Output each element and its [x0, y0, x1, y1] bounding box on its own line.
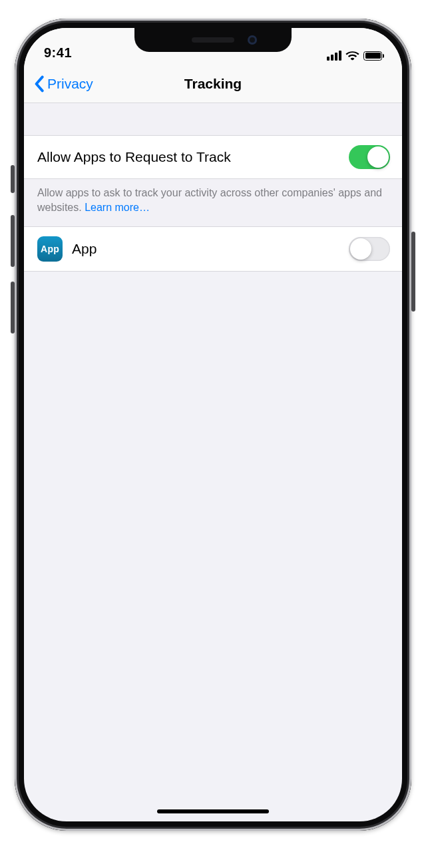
allow-apps-description: Allow apps to ask to track your activity…	[24, 179, 402, 226]
mute-switch	[11, 165, 15, 193]
speaker-grille	[192, 37, 234, 43]
allow-apps-request-label: Allow Apps to Request to Track	[37, 149, 349, 165]
app-name-label: App	[72, 241, 349, 257]
navigation-bar: Privacy Tracking	[24, 65, 402, 103]
content-area: Allow Apps to Request to Track Allow app…	[24, 103, 402, 272]
learn-more-link[interactable]: Learn more…	[85, 202, 150, 213]
app-tracking-row: App App	[24, 226, 402, 272]
wifi-icon	[345, 51, 359, 61]
phone-frame: 9:41 Privacy Tracking Allow Apps to Requ…	[15, 19, 411, 831]
status-indicators	[327, 51, 382, 61]
allow-apps-request-toggle[interactable]	[349, 145, 390, 169]
app-icon: App	[37, 236, 63, 262]
screen: 9:41 Privacy Tracking Allow Apps to Requ…	[24, 28, 402, 821]
back-button[interactable]: Privacy	[24, 75, 93, 93]
home-indicator[interactable]	[157, 809, 269, 813]
allow-apps-request-row: Allow Apps to Request to Track	[24, 135, 402, 179]
cellular-icon	[327, 51, 341, 61]
battery-icon	[363, 51, 382, 61]
status-time: 9:41	[44, 45, 72, 61]
chevron-left-icon	[33, 75, 45, 93]
volume-up-button	[11, 215, 15, 267]
back-label: Privacy	[47, 76, 93, 92]
power-button	[411, 232, 415, 312]
notch	[134, 28, 292, 52]
app-tracking-toggle[interactable]	[349, 237, 390, 261]
volume-down-button	[11, 282, 15, 333]
front-camera	[248, 35, 257, 45]
